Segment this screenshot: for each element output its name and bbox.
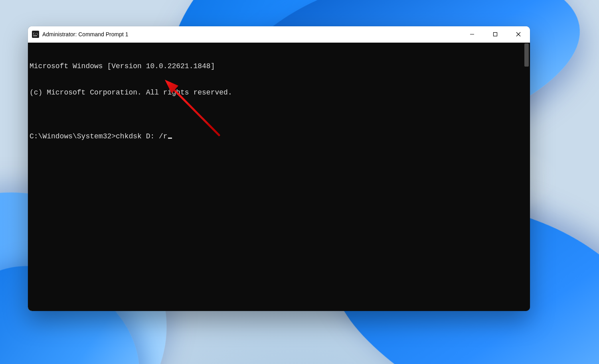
typed-command: chkdsk D: /r: [116, 132, 168, 140]
svg-rect-3: [470, 34, 474, 35]
version-line: Microsoft Windows [Version 10.0.22621.18…: [30, 62, 521, 71]
svg-text:C:\: C:\: [33, 32, 38, 35]
scrollbar[interactable]: [523, 43, 530, 311]
prompt-line: C:\Windows\System32>chkdsk D: /r: [30, 132, 521, 141]
minimize-button[interactable]: [461, 26, 484, 42]
titlebar[interactable]: C:\ Administrator: Command Prompt 1: [28, 26, 530, 43]
text-cursor: [168, 138, 172, 139]
command-prompt-window: C:\ Administrator: Command Prompt 1 Micr…: [28, 26, 530, 311]
window-title: Administrator: Command Prompt 1: [42, 31, 128, 37]
scrollbar-thumb[interactable]: [524, 43, 529, 67]
command-prompt-icon: C:\: [32, 31, 39, 38]
copyright-line: (c) Microsoft Corporation. All rights re…: [30, 88, 521, 97]
terminal-output[interactable]: Microsoft Windows [Version 10.0.22621.18…: [28, 43, 523, 311]
close-button[interactable]: [507, 26, 530, 42]
svg-rect-4: [494, 33, 497, 36]
maximize-button[interactable]: [484, 26, 507, 42]
svg-rect-2: [33, 35, 37, 36]
window-controls: [461, 26, 530, 42]
prompt-path: C:\Windows\System32>: [30, 132, 116, 140]
